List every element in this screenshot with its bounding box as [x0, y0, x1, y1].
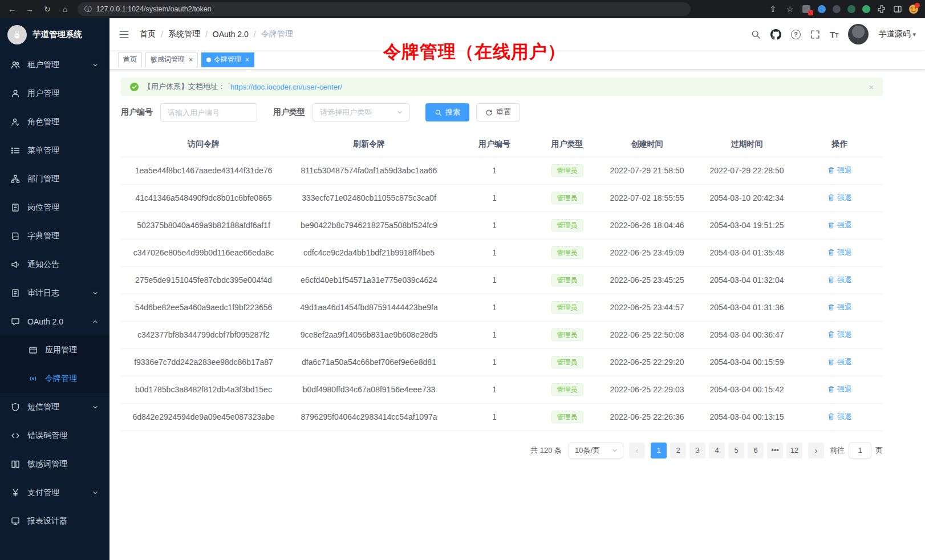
force-logout-button[interactable]: 强退: [827, 330, 852, 340]
force-logout-button[interactable]: 强退: [827, 275, 852, 285]
force-logout-button[interactable]: 强退: [827, 357, 852, 367]
force-logout-button[interactable]: 强退: [827, 302, 852, 313]
breadcrumb-item-2[interactable]: OAuth 2.0: [213, 30, 249, 39]
extension-darkgreen-icon[interactable]: [847, 5, 855, 13]
help-icon[interactable]: ?: [791, 30, 801, 39]
sidebar-item-auditlog[interactable]: 审计日志: [0, 279, 109, 307]
search-icon[interactable]: [751, 30, 761, 39]
sidebar-item-label: 租户管理: [27, 60, 59, 70]
force-logout-button[interactable]: 强退: [827, 193, 852, 203]
menu-fold-icon[interactable]: [119, 29, 129, 40]
user-avatar[interactable]: [848, 24, 869, 44]
sidebar-item-post[interactable]: 岗位管理: [0, 193, 109, 222]
puzzle-extensions-icon[interactable]: [877, 5, 886, 14]
user-type-select[interactable]: 请选择用户类型: [313, 103, 409, 121]
pager-page-12[interactable]: 12: [786, 443, 802, 458]
table-body: 1ea5e44f8bc1467aaede43144f31de76811c5304…: [121, 157, 883, 431]
pager-page-4[interactable]: 4: [709, 443, 725, 458]
token-table: 访问令牌刷新令牌用户编号用户类型创建时间过期时间操作 1ea5e44f8bc14…: [121, 132, 883, 431]
sidebar-item-errcode[interactable]: 错误码管理: [0, 421, 109, 450]
fullscreen-icon[interactable]: [810, 30, 820, 39]
sidebar-item-role[interactable]: 角色管理: [0, 108, 109, 136]
sidebar-item-app[interactable]: 应用管理: [0, 336, 109, 364]
created-time-cell: 2022-06-25 23:49:09: [597, 239, 697, 266]
sidebar-item-menu[interactable]: 菜单管理: [0, 136, 109, 165]
sidebar-item-notice[interactable]: 通知公告: [0, 250, 109, 279]
list-icon: [11, 146, 20, 155]
prev-page-button[interactable]: ‹: [629, 443, 645, 458]
url-bar[interactable]: ⓘ 127.0.0.1:1024/system/oauth2/token: [78, 2, 691, 16]
pager-page-3[interactable]: 3: [689, 443, 705, 458]
extension-green-icon[interactable]: [862, 5, 870, 13]
monitor-icon: [11, 517, 20, 526]
sidebar: 芋道管理系统 租户管理用户管理角色管理菜单管理部门管理岗位管理字典管理通知公告审…: [0, 18, 109, 560]
tab-home[interactable]: 首页: [118, 52, 142, 67]
sidebar-item-pay[interactable]: 支付管理: [0, 478, 109, 507]
search-button[interactable]: 搜索: [425, 103, 469, 121]
pagination: 共 120 条 10条/页 ‹ 123456•••12 › 前往 页: [121, 443, 883, 458]
sidebar-item-label: 岗位管理: [27, 202, 59, 213]
user-type-label: 用户类型: [273, 107, 305, 117]
sidebar-item-sms[interactable]: 短信管理: [0, 393, 109, 421]
sidebar-item-dict[interactable]: 字典管理: [0, 222, 109, 250]
created-time-cell: 2022-06-26 18:04:46: [597, 212, 697, 239]
extension-blue-icon[interactable]: [818, 5, 826, 13]
user-id-cell: 1: [452, 212, 537, 239]
extension-badged-icon[interactable]: [802, 5, 811, 14]
breadcrumb-item-1[interactable]: 系统管理: [168, 29, 200, 39]
sidebar-item-user[interactable]: 用户管理: [0, 79, 109, 108]
table-row: 275e5de9151045fe87cbdc395e004f4de6cfd40e…: [121, 266, 883, 294]
goto-page-input[interactable]: [849, 443, 871, 458]
github-icon[interactable]: [770, 29, 781, 40]
home-icon[interactable]: ⌂: [60, 0, 70, 18]
reload-icon[interactable]: ↻: [42, 0, 52, 18]
pager-page-1[interactable]: 1: [651, 443, 667, 458]
user-menu[interactable]: 芋道源码▾: [878, 29, 916, 39]
font-size-icon[interactable]: TT: [830, 30, 838, 39]
sidebar-item-tenant[interactable]: 租户管理: [0, 51, 109, 79]
reset-button[interactable]: 重置: [476, 103, 520, 121]
sidebar-item-token[interactable]: 令牌管理: [0, 364, 109, 393]
expire-time-cell: 2022-07-29 22:28:50: [697, 157, 797, 184]
pager-page-5[interactable]: 5: [728, 443, 744, 458]
column-header: 用户编号: [452, 132, 537, 157]
tab-sensitive[interactable]: 敏感词管理×: [145, 52, 198, 67]
tab-token[interactable]: 令牌管理×: [201, 52, 254, 67]
pager-page-2[interactable]: 2: [670, 443, 686, 458]
doc-link[interactable]: https://doc.iocoder.cn/user-center/: [230, 83, 342, 91]
next-page-button[interactable]: ›: [808, 443, 824, 458]
filter-form: 用户编号 用户类型 请选择用户类型 搜索 重置: [121, 103, 883, 121]
tab-close-icon[interactable]: ×: [245, 56, 249, 63]
trash-icon: [827, 167, 835, 174]
force-logout-button[interactable]: 强退: [827, 220, 852, 230]
document-icon: [11, 289, 20, 298]
site-info-icon[interactable]: ⓘ: [84, 5, 92, 14]
extension-dark-icon[interactable]: [833, 5, 841, 13]
created-time-cell: 2022-06-25 23:45:25: [597, 266, 697, 294]
goto-suffix: 页: [875, 445, 883, 456]
share-icon[interactable]: ⇧: [768, 0, 778, 18]
back-icon[interactable]: ←: [7, 0, 17, 18]
pager-page-6[interactable]: 6: [748, 443, 764, 458]
sidebar-item-dept[interactable]: 部门管理: [0, 165, 109, 193]
bookmark-star-icon[interactable]: ☆: [785, 0, 795, 18]
app-logo[interactable]: 芋道管理系统: [0, 18, 109, 51]
page-size-select[interactable]: 10条/页: [569, 443, 623, 458]
profile-avatar-icon[interactable]: [909, 5, 918, 14]
trash-icon: [827, 303, 835, 311]
code-icon: [11, 431, 20, 440]
force-logout-button[interactable]: 强退: [827, 165, 852, 176]
split-view-icon[interactable]: [893, 5, 902, 14]
sidebar-item-report[interactable]: 报表设计器: [0, 507, 109, 535]
sidebar-item-oauth[interactable]: OAuth 2.0: [0, 307, 109, 336]
user-id-input[interactable]: [160, 103, 257, 121]
forward-icon[interactable]: →: [25, 0, 35, 18]
tab-close-icon[interactable]: ×: [189, 56, 193, 63]
force-logout-button[interactable]: 强退: [827, 384, 852, 395]
sidebar-item-sensitive[interactable]: 敏感词管理: [0, 450, 109, 478]
breadcrumb-item-0[interactable]: 首页: [140, 29, 156, 39]
pager-ellipsis[interactable]: •••: [767, 443, 783, 458]
force-logout-button[interactable]: 强退: [827, 412, 852, 422]
force-logout-button[interactable]: 强退: [827, 247, 852, 258]
alert-close-icon[interactable]: ×: [869, 82, 874, 92]
